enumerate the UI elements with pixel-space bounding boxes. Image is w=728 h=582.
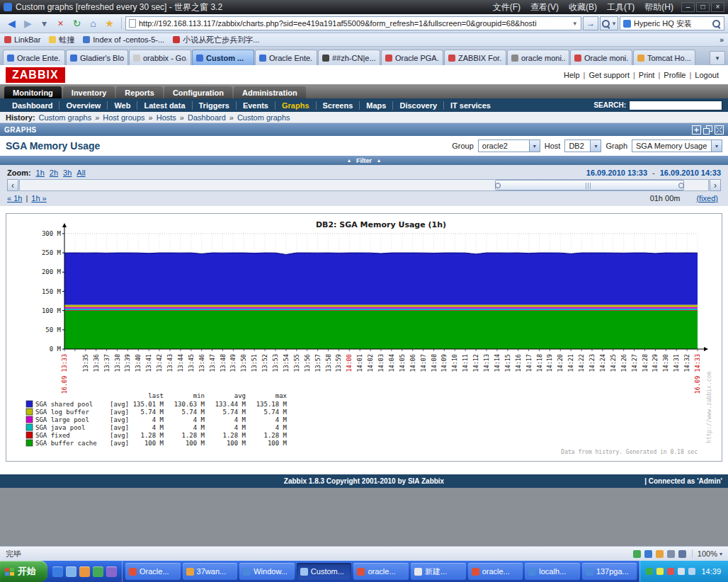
slider-right-handle[interactable] bbox=[678, 183, 684, 188]
close-button[interactable]: × bbox=[711, 2, 724, 12]
period-prev-link[interactable]: « 1h bbox=[7, 194, 22, 202]
taskbar-task[interactable]: Oracle... bbox=[125, 563, 181, 580]
zoom-option[interactable]: 1h bbox=[36, 169, 45, 177]
period-end-link[interactable]: 16.09.2010 14:33 bbox=[660, 169, 721, 177]
download-status-icon[interactable] bbox=[644, 550, 652, 558]
top-link[interactable]: Help bbox=[560, 71, 584, 79]
browser-tab[interactable]: Oracle Ente... bbox=[255, 50, 317, 65]
search-input[interactable]: Hyperic HQ 安装 bbox=[634, 18, 709, 29]
media-player-icon[interactable] bbox=[79, 566, 90, 577]
zabbix-logo[interactable]: ZABBIX bbox=[6, 67, 65, 83]
top-link[interactable]: Logout bbox=[691, 71, 722, 79]
network-status-icon[interactable] bbox=[678, 550, 686, 558]
taskbar-task[interactable]: Window... bbox=[239, 563, 295, 580]
start-button[interactable]: 开始 bbox=[0, 561, 47, 582]
ime-tray-icon[interactable] bbox=[678, 568, 685, 575]
speaker-status-icon[interactable] bbox=[667, 550, 675, 558]
menu-item[interactable]: 收藏(B) bbox=[564, 1, 602, 13]
zoom-option[interactable]: 3h bbox=[63, 169, 72, 177]
search-icon[interactable] bbox=[712, 19, 721, 28]
app-quicklaunch-icon-2[interactable] bbox=[106, 566, 117, 577]
history-link[interactable]: Custom graphs bbox=[237, 113, 290, 122]
main-nav-tab[interactable]: Configuration bbox=[164, 86, 232, 98]
taskbar-task[interactable]: oracle... bbox=[468, 563, 523, 580]
update-tray-icon[interactable] bbox=[656, 568, 664, 575]
ie-quicklaunch-icon[interactable] bbox=[52, 566, 63, 577]
browser-tab[interactable]: Oracle moni... bbox=[570, 50, 632, 65]
host-select[interactable]: DB2▾ bbox=[564, 139, 601, 152]
browser-tab[interactable]: Gladier's Blo... bbox=[66, 50, 128, 65]
taskbar-task[interactable]: 37wan... bbox=[183, 563, 238, 580]
main-nav-tab[interactable]: Inventory bbox=[63, 86, 115, 98]
period-next-link[interactable]: 1h » bbox=[31, 194, 46, 202]
address-bar[interactable]: http://192.168.113.117/zabbix/charts.php… bbox=[125, 16, 581, 30]
address-input[interactable]: http://192.168.113.117/zabbix/charts.php… bbox=[139, 19, 569, 28]
add-favourite-icon[interactable] bbox=[692, 125, 701, 135]
back-button[interactable]: ◀ bbox=[4, 16, 20, 31]
period-start-link[interactable]: 16.09.2010 13:33 bbox=[586, 169, 647, 177]
zabbix-search-input[interactable] bbox=[629, 101, 722, 110]
browser-tab[interactable]: oracle moni... bbox=[507, 50, 569, 65]
maximize-button[interactable]: □ bbox=[696, 2, 710, 12]
browser-tab[interactable]: Custom ... bbox=[192, 50, 254, 65]
sub-nav-item[interactable]: Triggers bbox=[192, 101, 236, 110]
show-desktop-icon[interactable] bbox=[66, 566, 76, 577]
bookmark-item[interactable]: 小说从死亡步兵到字... bbox=[173, 35, 259, 45]
messenger-tray-icon[interactable] bbox=[667, 568, 674, 575]
menu-item[interactable]: 文件(F) bbox=[488, 1, 525, 13]
bookmark-item[interactable]: LinkBar bbox=[4, 35, 40, 45]
restore-window-icon[interactable] bbox=[703, 125, 712, 135]
main-nav-tab[interactable]: Administration bbox=[234, 86, 306, 98]
history-link[interactable]: Hosts bbox=[157, 113, 176, 122]
menu-item[interactable]: 帮助(H) bbox=[639, 1, 678, 13]
images-status-icon[interactable] bbox=[656, 550, 664, 558]
taskbar-task[interactable]: localh... bbox=[525, 563, 580, 580]
history-link[interactable]: Dashboard bbox=[188, 113, 226, 122]
bookmarks-overflow-icon[interactable]: » bbox=[720, 35, 724, 44]
top-link[interactable]: Get support bbox=[585, 71, 632, 79]
top-link[interactable]: Profile bbox=[660, 71, 689, 79]
main-nav-tab[interactable]: Monitoring bbox=[4, 86, 62, 98]
sub-nav-item[interactable]: Overview bbox=[59, 101, 107, 110]
fullscreen-icon[interactable] bbox=[715, 125, 724, 135]
forward-button[interactable]: ▶ bbox=[20, 16, 36, 31]
bookmark-item[interactable]: Index of -centos-5-... bbox=[83, 35, 164, 45]
antivirus-tray-icon[interactable] bbox=[646, 568, 653, 575]
history-link[interactable]: Host groups bbox=[103, 113, 144, 122]
sub-nav-item[interactable]: Latest data bbox=[137, 101, 191, 110]
scroll-left-button[interactable]: ‹ bbox=[7, 179, 18, 191]
fixed-period-link[interactable]: (fixed) bbox=[696, 194, 718, 202]
sga-memory-chart[interactable]: DB2: SGA Memory Usage (1h)0 M50 M100 M15… bbox=[13, 217, 715, 457]
security-status-icon[interactable] bbox=[633, 550, 641, 558]
bookmark-item[interactable]: 蛙撞 bbox=[49, 35, 74, 45]
volume-tray-icon[interactable] bbox=[688, 568, 695, 575]
minimize-button[interactable]: – bbox=[681, 2, 695, 12]
timeline-track[interactable] bbox=[19, 179, 709, 191]
zoom-option[interactable]: 2h bbox=[50, 169, 58, 177]
browser-tab[interactable]: ##zh-CN|e... bbox=[318, 50, 380, 65]
group-select[interactable]: oracle2▾ bbox=[478, 139, 540, 152]
history-link[interactable]: Custom graphs bbox=[39, 113, 92, 122]
sub-nav-item[interactable]: Graphs bbox=[275, 101, 316, 110]
menu-item[interactable]: 工具(T) bbox=[602, 1, 639, 13]
browser-tab[interactable]: Oracle Ente... bbox=[3, 50, 65, 65]
taskbar-task[interactable]: Custom... bbox=[297, 563, 352, 580]
sub-nav-item[interactable]: IT services bbox=[443, 101, 497, 110]
browser-tab[interactable]: Oracle PGA... bbox=[381, 50, 443, 65]
menu-item[interactable]: 查看(V) bbox=[525, 1, 564, 13]
taskbar-task[interactable]: oracle... bbox=[353, 563, 409, 580]
app-quicklaunch-icon[interactable] bbox=[93, 566, 103, 577]
go-button[interactable]: → bbox=[583, 16, 598, 30]
sub-nav-item[interactable]: Dashboard bbox=[6, 101, 59, 110]
filter-toggle[interactable]: ▴ Filter ▴ bbox=[0, 156, 728, 165]
address-dropdown-icon[interactable]: ▾ bbox=[571, 20, 578, 27]
forward-dropdown-icon[interactable]: ▾ bbox=[36, 16, 52, 31]
sub-nav-item[interactable]: Discovery bbox=[392, 101, 443, 110]
search-box[interactable]: Hyperic HQ 安装 bbox=[620, 16, 724, 30]
top-link[interactable]: Print bbox=[635, 71, 659, 79]
graph-select[interactable]: SGA Memory Usage▾ bbox=[632, 139, 722, 152]
taskbar-task[interactable]: 新建... bbox=[411, 563, 466, 580]
tab-list-button[interactable]: ▾ bbox=[710, 51, 725, 65]
search-engine-button[interactable]: ▾ bbox=[600, 16, 618, 30]
sub-nav-item[interactable]: Events bbox=[236, 101, 275, 110]
